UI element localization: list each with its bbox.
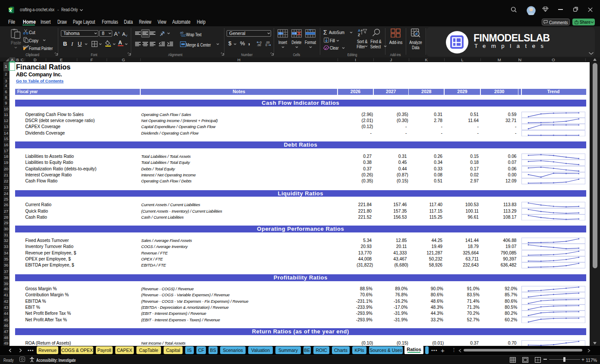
svg-text:Z: Z: [358, 33, 360, 37]
svg-text:A: A: [358, 28, 360, 33]
svg-text:0: 0: [265, 44, 267, 47]
svg-text:ab: ab: [180, 31, 183, 34]
svg-text:.00: .00: [257, 44, 261, 47]
